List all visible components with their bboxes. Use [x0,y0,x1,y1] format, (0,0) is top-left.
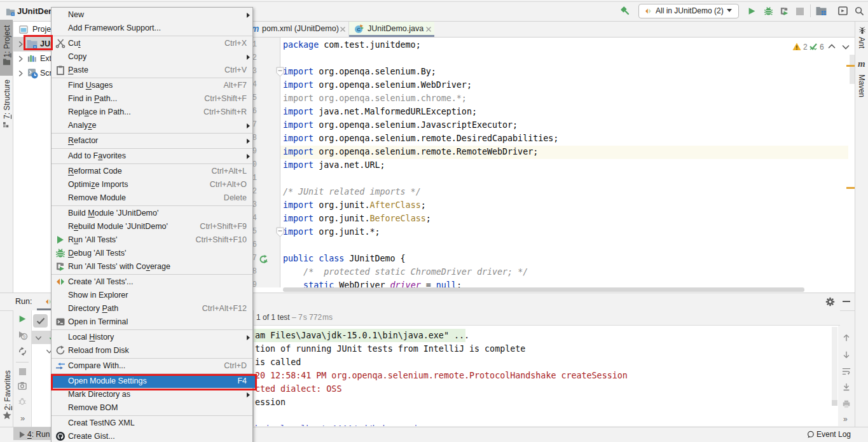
svg-text:C: C [357,27,361,32]
svg-text:2: 2 [803,43,808,52]
svg-text:9: 9 [23,334,26,340]
svg-text:6: 6 [820,43,824,52]
